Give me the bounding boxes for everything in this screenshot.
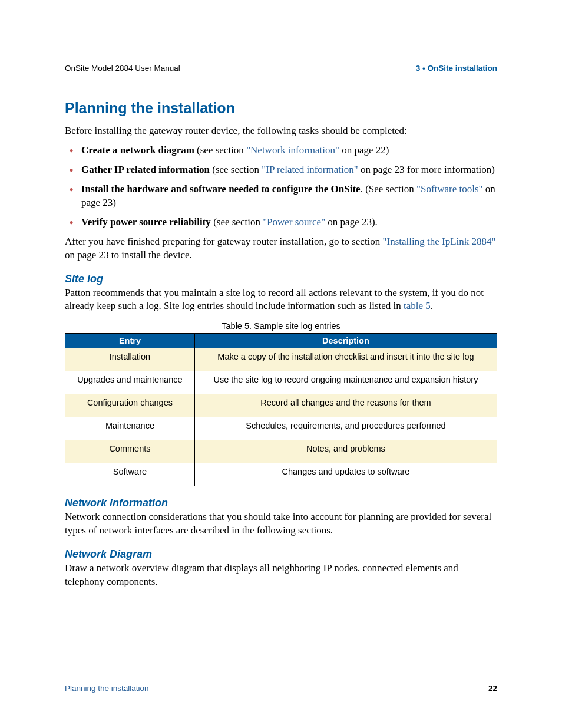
- table-row: Software Changes and updates to software: [65, 463, 497, 486]
- task-list: Create a network diagram (see section "N…: [65, 144, 497, 229]
- td-entry: Maintenance: [65, 417, 195, 440]
- table-row: Configuration changes Record all changes…: [65, 394, 497, 417]
- network-diagram-paragraph: Draw a network overview diagram that dis…: [65, 562, 497, 589]
- th-entry: Entry: [65, 334, 195, 348]
- table-row: Comments Notes, and problems: [65, 440, 497, 463]
- bullet-bold: Install the hardware and software needed…: [81, 183, 361, 195]
- bullet-text: . (See section: [361, 183, 416, 195]
- td-entry: Software: [65, 463, 195, 486]
- bullet-text: on page 23).: [325, 216, 378, 228]
- heading-site-log: Site log: [65, 273, 497, 285]
- header-right: 3 • OnSite installation: [416, 64, 497, 73]
- table-header-row: Entry Description: [65, 334, 497, 348]
- td-desc: Use the site log to record ongoing maint…: [194, 371, 497, 394]
- bullet-bold: Verify power source reliability: [81, 216, 211, 228]
- title-rule: [65, 118, 497, 118]
- bullet-text: (see section: [194, 144, 246, 156]
- header-left: OnSite Model 2884 User Manual: [65, 64, 180, 73]
- table-row: Upgrades and maintenance Use the site lo…: [65, 371, 497, 394]
- link-network-information[interactable]: "Network information": [246, 144, 339, 156]
- heading-network-diagram: Network Diagram: [65, 548, 497, 561]
- th-description: Description: [194, 334, 497, 348]
- page-number: 22: [488, 684, 497, 693]
- bullet-text: (see section: [211, 216, 263, 228]
- page-title: Planning the installation: [65, 100, 497, 117]
- td-desc: Make a copy of the installation checklis…: [194, 348, 497, 371]
- link-software-tools[interactable]: "Software tools": [416, 183, 483, 195]
- link-installing-iplink[interactable]: "Installing the IpLink 2884": [383, 236, 496, 247]
- bullet-bold: Create a network diagram: [81, 144, 194, 156]
- bullet-text: on page 22): [339, 144, 389, 156]
- footer-left: Planning the installation: [65, 684, 149, 693]
- table-row: Installation Make a copy of the installa…: [65, 348, 497, 371]
- td-entry: Configuration changes: [65, 394, 195, 417]
- bullet-text: on page 23 for more information): [358, 164, 495, 175]
- intro-paragraph: Before installing the gateway router dev…: [65, 124, 497, 138]
- site-log-paragraph: Patton recommends that you maintain a si…: [65, 286, 497, 314]
- td-desc: Notes, and problems: [194, 440, 497, 463]
- td-desc: Changes and updates to software: [194, 463, 497, 486]
- table-caption: Table 5. Sample site log entries: [65, 321, 497, 331]
- heading-network-information: Network information: [65, 497, 497, 509]
- td-entry: Upgrades and maintenance: [65, 371, 195, 394]
- list-item: Gather IP related information (see secti…: [65, 163, 497, 177]
- network-info-paragraph: Network connection considerations that y…: [65, 510, 497, 538]
- site-log-table: Entry Description Installation Make a co…: [65, 333, 497, 486]
- after-paragraph: After you have finished preparing for ga…: [65, 235, 497, 262]
- bullet-bold: Gather IP related information: [81, 164, 210, 175]
- td-entry: Installation: [65, 348, 195, 371]
- td-entry: Comments: [65, 440, 195, 463]
- bullet-text: (see section: [210, 164, 262, 175]
- page: OnSite Model 2884 User Manual 3 • OnSite…: [0, 0, 562, 728]
- list-item: Create a network diagram (see section "N…: [65, 144, 497, 157]
- table-row: Maintenance Schedules, requirements, and…: [65, 417, 497, 440]
- list-item: Verify power source reliability (see sec…: [65, 216, 497, 229]
- sitelog-text-b: .: [431, 300, 433, 311]
- link-ip-related-information[interactable]: "IP related information": [262, 164, 358, 175]
- running-header: OnSite Model 2884 User Manual 3 • OnSite…: [65, 64, 497, 73]
- link-power-source[interactable]: "Power source": [263, 216, 325, 228]
- after-text-a: After you have finished preparing for ga…: [65, 236, 383, 247]
- link-table-5[interactable]: table 5: [404, 300, 431, 311]
- running-footer: Planning the installation 22: [65, 684, 497, 693]
- list-item: Install the hardware and software needed…: [65, 183, 497, 210]
- td-desc: Schedules, requirements, and procedures …: [194, 417, 497, 440]
- td-desc: Record all changes and the reasons for t…: [194, 394, 497, 417]
- after-text-b: on page 23 to install the device.: [65, 249, 192, 261]
